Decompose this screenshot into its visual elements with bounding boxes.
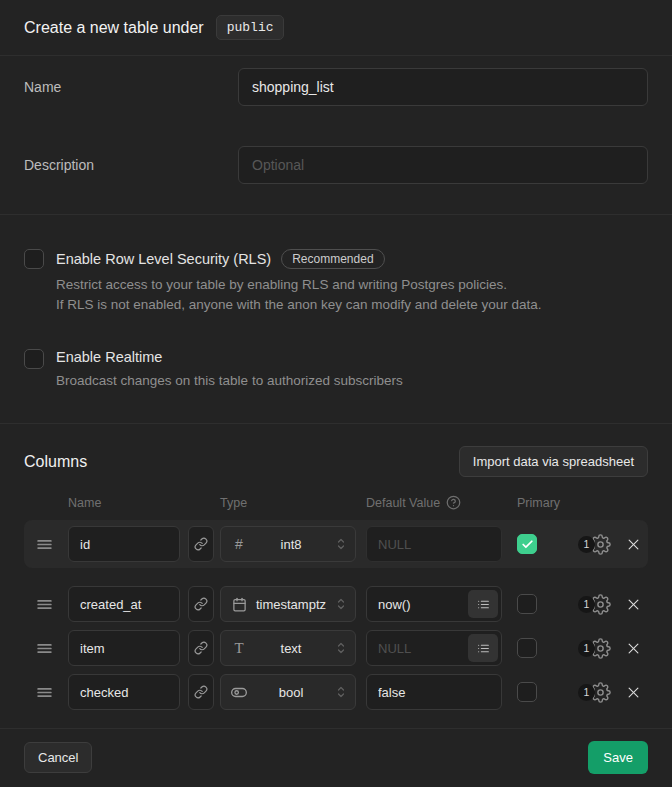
import-spreadsheet-button[interactable]: Import data via spreadsheet [459,446,648,477]
default-value-cell [366,674,502,710]
help-circle-icon[interactable] [446,495,461,510]
drag-handle-icon[interactable] [36,596,56,613]
primary-checkbox[interactable] [517,682,537,702]
column-settings-button[interactable]: 1 [578,682,611,703]
columns-list: # int8 1 [24,520,648,714]
rls-label: Enable Row Level Security (RLS) [56,251,271,267]
realtime-description: Broadcast changes on this table to autho… [56,371,648,391]
description-label: Description [24,157,238,173]
rls-description-line1: Restrict access to your table by enablin… [56,275,648,295]
settings-count-badge: 1 [578,536,595,553]
rls-checkbox[interactable] [24,249,44,269]
drag-handle-icon[interactable] [36,536,56,553]
hash-type-icon: # [231,536,247,552]
realtime-label: Enable Realtime [56,349,162,365]
drag-handle-icon[interactable] [36,684,56,701]
primary-checkbox[interactable] [517,594,537,614]
name-label: Name [24,79,238,95]
table-options-section: Enable Row Level Security (RLS) Recommen… [0,215,672,424]
column-row: bool 1 [24,670,648,714]
header-name: Name [68,496,220,510]
default-value-input[interactable] [366,674,502,710]
chevron-updown-icon [335,536,347,552]
toggle-type-icon [231,684,247,701]
primary-checkbox[interactable] [517,638,537,658]
header-type: Type [220,496,366,510]
column-row: # int8 1 [24,520,648,568]
columns-section: Columns Import data via spreadsheet Name… [0,424,672,729]
type-label: int8 [255,537,327,552]
column-name-input[interactable] [68,630,180,666]
column-settings-button[interactable]: 1 [578,534,611,555]
text-type-icon: T [231,640,247,657]
dialog-title: Create a new table under [24,19,204,37]
chevron-updown-icon [335,640,347,656]
foreign-key-link-icon[interactable] [188,674,214,710]
save-button[interactable]: Save [588,741,648,774]
column-name-input[interactable] [68,586,180,622]
cancel-button[interactable]: Cancel [24,742,92,773]
table-name-input[interactable] [238,68,648,106]
rls-description-line2: If RLS is not enabled, anyone with the a… [56,295,648,315]
dialog-header: Create a new table under public [0,0,672,56]
settings-count-badge: 1 [578,596,595,613]
settings-count-badge: 1 [578,640,595,657]
table-info-section: Name Description [0,56,672,215]
remove-column-icon[interactable] [623,682,643,702]
column-settings-button[interactable]: 1 [578,594,611,615]
default-value-cell [366,630,502,666]
type-label: timestamptz [255,597,327,612]
remove-column-icon[interactable] [623,638,643,658]
remove-column-icon[interactable] [623,534,643,554]
foreign-key-link-icon[interactable] [188,586,214,622]
recommended-badge: Recommended [281,249,384,269]
rls-toggle-block: Enable Row Level Security (RLS) Recommen… [24,249,648,315]
header-default-value: Default Value [366,496,440,510]
schema-badge: public [216,15,285,40]
realtime-toggle-block: Enable Realtime Broadcast changes on thi… [24,349,648,391]
header-primary: Primary [517,496,560,510]
column-name-input[interactable] [68,674,180,710]
remove-column-icon[interactable] [623,594,643,614]
calendar-type-icon [231,597,247,612]
column-row: timestamptz 1 [24,582,648,626]
dialog-footer: Cancel Save [0,729,672,785]
settings-count-badge: 1 [578,684,595,701]
drag-handle-icon[interactable] [36,640,56,657]
column-row: T text 1 [24,626,648,670]
primary-checkbox[interactable] [517,534,537,554]
column-settings-button[interactable]: 1 [578,638,611,659]
default-value-cell [366,526,502,562]
column-type-select[interactable]: timestamptz [220,586,356,622]
name-field-row: Name [24,68,648,106]
foreign-key-link-icon[interactable] [188,526,214,562]
column-type-select[interactable]: # int8 [220,526,356,562]
realtime-checkbox[interactable] [24,349,44,369]
column-name-input[interactable] [68,526,180,562]
column-type-select[interactable]: bool [220,674,356,710]
table-description-input[interactable] [238,146,648,184]
description-field-row: Description [24,146,648,184]
type-label: text [255,641,327,656]
default-value-input[interactable] [366,526,502,562]
column-type-select[interactable]: T text [220,630,356,666]
default-suggestions-icon[interactable] [468,634,498,662]
type-label: bool [255,685,327,700]
default-suggestions-icon[interactable] [468,590,498,618]
foreign-key-link-icon[interactable] [188,630,214,666]
chevron-updown-icon [335,684,347,700]
default-value-cell [366,586,502,622]
column-headers: Name Type Default Value Primary [24,495,648,510]
columns-title: Columns [24,453,87,471]
chevron-updown-icon [335,596,347,612]
